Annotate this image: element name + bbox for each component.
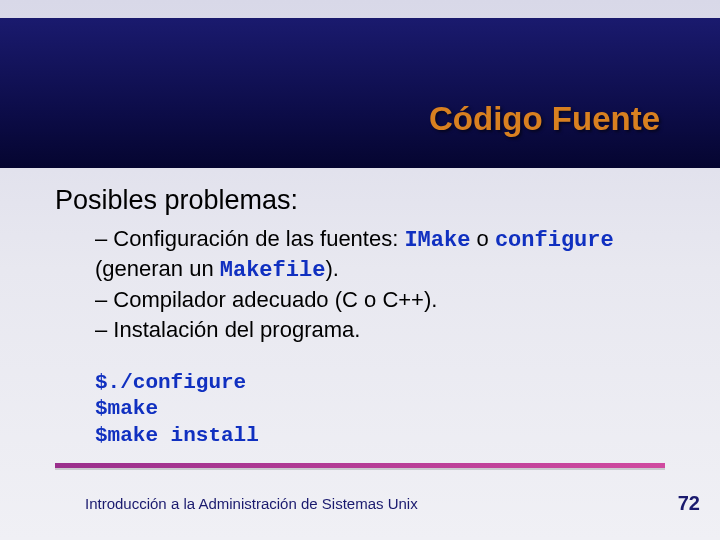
slide-subtitle: Posibles problemas: [55, 185, 298, 216]
code-configure: configure [495, 228, 614, 253]
page-number: 72 [678, 492, 700, 515]
code-makefile: Makefile [220, 258, 326, 283]
bullet-1: – Configuración de las fuentes: IMake o … [95, 225, 655, 284]
bullet-1-text-pre: – Configuración de las fuentes: [95, 226, 404, 251]
code-line-1: $./configure [95, 370, 259, 396]
bullet-2: – Compilador adecuado (C o C++). [95, 286, 655, 314]
code-imake: IMake [404, 228, 470, 253]
bullet-1-text-post: ). [325, 256, 338, 281]
footer-text: Introducción a la Administración de Sist… [85, 495, 418, 512]
bullet-3: – Instalación del programa. [95, 316, 655, 344]
title-band [0, 18, 720, 168]
code-line-3: $make install [95, 423, 259, 449]
divider-bar [55, 463, 665, 468]
slide-title: Código Fuente [429, 100, 660, 138]
code-line-2: $make [95, 396, 259, 422]
code-block: $./configure $make $make install [95, 370, 259, 449]
bullet-1-text-mid: o [470, 226, 494, 251]
bullet-1-text-mid2: (generan un [95, 256, 220, 281]
bullet-list: – Configuración de las fuentes: IMake o … [95, 225, 655, 345]
